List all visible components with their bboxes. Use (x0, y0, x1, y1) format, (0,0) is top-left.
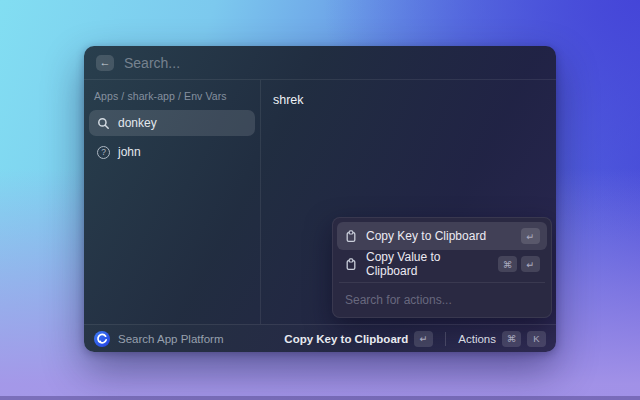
list-item-john[interactable]: ? john (89, 139, 255, 165)
actions-menu-button[interactable]: Actions (458, 333, 496, 345)
actions-popover: Copy Key to Clipboard ↵ Copy Value to Cl… (332, 217, 552, 318)
action-copy-key[interactable]: Copy Key to Clipboard ↵ (337, 222, 547, 250)
clipboard-icon (344, 229, 358, 243)
app-name: Search App Platform (118, 333, 223, 345)
primary-action-button[interactable]: Copy Key to Clipboard (284, 333, 408, 345)
results-panel: Apps / shark-app / Env Vars donkey ? joh… (84, 80, 260, 324)
command-key-badge: ⌘ (498, 256, 517, 272)
breadcrumb: Apps / shark-app / Env Vars (94, 90, 255, 102)
action-label: Copy Key to Clipboard (366, 229, 486, 243)
swirl-logo-icon (94, 331, 110, 347)
launcher-window: ← Search... Apps / shark-app / Env Vars … (84, 46, 556, 352)
search-header: ← Search... (84, 46, 556, 80)
arrow-left-icon: ← (100, 55, 111, 70)
screen-edge-strip (0, 396, 640, 400)
search-input[interactable]: Search... (124, 55, 180, 71)
list-item-label: donkey (118, 116, 157, 130)
actions-search-input[interactable]: Search for actions... (337, 287, 547, 313)
clipboard-icon (344, 257, 358, 271)
status-bar: Search App Platform Copy Key to Clipboar… (84, 324, 556, 352)
action-label: Copy Value to Clipboard (366, 250, 490, 278)
statusbar-divider (445, 332, 446, 346)
k-key-badge: K (527, 331, 546, 347)
list-item-label: john (118, 145, 141, 159)
return-key-badge: ↵ (414, 331, 433, 347)
back-button[interactable]: ← (96, 55, 114, 71)
return-key-badge: ↵ (521, 256, 540, 272)
command-key-badge: ⌘ (502, 331, 521, 347)
popover-divider (339, 282, 545, 283)
magnifier-icon (97, 117, 110, 130)
action-copy-value[interactable]: Copy Value to Clipboard ⌘ ↵ (337, 250, 547, 278)
detail-value: shrek (273, 93, 544, 107)
list-item-donkey[interactable]: donkey (89, 110, 255, 136)
question-circle-icon: ? (97, 146, 110, 159)
return-key-badge: ↵ (521, 228, 540, 244)
